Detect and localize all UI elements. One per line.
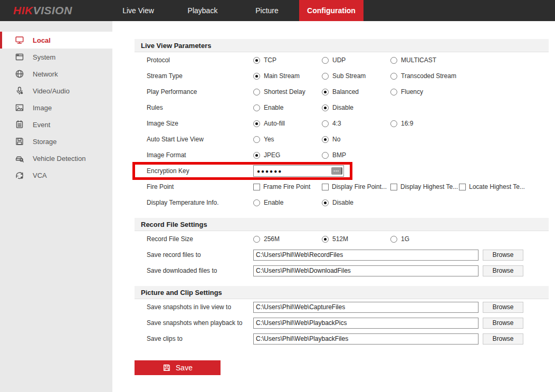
sidebar-item-label: System	[33, 53, 55, 61]
option-label: Auto-fill	[264, 120, 285, 127]
radio-selected-icon[interactable]	[253, 120, 260, 127]
radio-icon[interactable]	[390, 120, 397, 127]
protocol-option-multicast[interactable]: MULTICAST	[390, 56, 459, 64]
display-temperature-info-option-enable[interactable]: Enable	[253, 199, 322, 206]
radio-icon[interactable]	[390, 89, 397, 95]
image-size-option-auto-fill[interactable]: Auto-fill	[253, 120, 322, 127]
auto-start-live-view-option-no[interactable]: No	[322, 136, 390, 143]
settings-row-encryption-key: Encryption Key···	[135, 163, 549, 179]
nav-tab-picture[interactable]: Picture	[235, 0, 299, 21]
save-snapshots-in-live-view-to-input[interactable]	[253, 302, 479, 313]
save-snapshots-in-live-view-to-label: Save snapshots in live view to	[147, 303, 253, 311]
radio-selected-icon[interactable]	[322, 136, 329, 143]
settings-row-save-snapshots-in-live-view-to: Save snapshots in live view toBrowse	[135, 299, 549, 315]
save-button[interactable]: Save	[135, 360, 221, 375]
radio-selected-icon[interactable]	[322, 104, 329, 111]
radio-icon[interactable]	[322, 57, 329, 64]
image-size-option-16-9[interactable]: 16:9	[390, 120, 459, 127]
sidebar-item-label: Image	[33, 104, 52, 112]
section-title: Live View Parameters	[135, 39, 549, 52]
sidebar-item-video-audio[interactable]: Video/Audio	[0, 82, 112, 99]
stream-type-option-main-stream[interactable]: Main Stream	[253, 72, 322, 80]
sidebar-item-local[interactable]: Local	[0, 32, 112, 49]
main-content: Live View ParametersProtocolTCPUDPMULTIC…	[112, 21, 555, 392]
save-snapshots-in-live-view-to-browse-button[interactable]: Browse	[483, 302, 523, 313]
image-format-option-bmp[interactable]: BMP	[322, 151, 390, 159]
radio-selected-icon[interactable]	[322, 89, 329, 95]
display-temperature-info-option-disable[interactable]: Disable	[322, 199, 390, 206]
checkbox-icon[interactable]	[459, 184, 466, 190]
nav-tab-live-view[interactable]: Live View	[106, 0, 170, 21]
record-file-size-option-1g[interactable]: 1G	[390, 235, 459, 243]
stream-type-option-transcoded-stream[interactable]: Transcoded Stream	[390, 72, 459, 80]
record-file-size-option-256m[interactable]: 256M	[253, 235, 322, 243]
radio-icon[interactable]	[253, 236, 260, 243]
option-label: Disable	[332, 104, 353, 111]
save-clips-to-label: Save clips to	[147, 335, 253, 342]
radio-selected-icon[interactable]	[253, 73, 260, 80]
radio-icon[interactable]	[253, 136, 260, 143]
radio-icon[interactable]	[253, 89, 260, 95]
rules-option-enable[interactable]: Enable	[253, 104, 322, 111]
checkbox-icon[interactable]	[322, 184, 329, 190]
protocol-option-udp[interactable]: UDP	[322, 56, 390, 64]
image-size-label: Image Size	[147, 120, 253, 127]
radio-icon[interactable]	[390, 73, 397, 80]
image-format-option-jpeg[interactable]: JPEG	[253, 151, 322, 159]
nav-tab-playback[interactable]: Playback	[170, 0, 235, 21]
sidebar-item-label: Event	[33, 121, 50, 129]
auto-start-live-view-option-yes[interactable]: Yes	[253, 136, 322, 143]
settings-row-display-temperature-info: Display Temperature Info.EnableDisable	[135, 195, 549, 211]
play-performance-option-fluency[interactable]: Fluency	[390, 88, 459, 95]
protocol-option-tcp[interactable]: TCP	[253, 56, 322, 64]
sidebar-item-vehicle-detection[interactable]: Vehicle Detection	[0, 150, 112, 167]
play-performance-option-balanced[interactable]: Balanced	[322, 88, 390, 95]
encryption-key-input[interactable]	[253, 165, 344, 177]
image-size-option-4-3[interactable]: 4:3	[322, 120, 390, 127]
radio-icon[interactable]	[390, 236, 397, 243]
sidebar-item-storage[interactable]: Storage	[0, 133, 112, 150]
radio-selected-icon[interactable]	[322, 236, 329, 243]
option-label: BMP	[332, 151, 346, 159]
fire-point-option-display-fire-point[interactable]: Display Fire Point...	[322, 183, 390, 190]
option-label: Fluency	[401, 88, 423, 95]
sidebar-item-vca[interactable]: VCA	[0, 167, 112, 184]
radio-icon[interactable]	[322, 73, 329, 80]
save-snapshots-when-playback-to-input[interactable]	[253, 318, 479, 329]
fire-point-option-display-highest-te[interactable]: Display Highest Te...	[390, 183, 459, 190]
record-file-size-option-512m[interactable]: 512M	[322, 235, 390, 243]
save-clips-to-browse-button[interactable]: Browse	[483, 333, 523, 345]
sidebar-item-label: Storage	[33, 138, 57, 146]
radio-icon[interactable]	[322, 120, 329, 127]
checkbox-icon[interactable]	[253, 184, 260, 190]
play-performance-option-shortest-delay[interactable]: Shortest Delay	[253, 88, 322, 95]
sidebar-item-network[interactable]: Network	[0, 65, 112, 82]
radio-selected-icon[interactable]	[253, 152, 260, 159]
radio-selected-icon[interactable]	[253, 57, 260, 64]
sidebar-item-system[interactable]: System	[0, 49, 112, 65]
auto-start-live-view-label: Auto Start Live View	[147, 136, 253, 143]
save-clips-to-input[interactable]	[253, 333, 479, 345]
sidebar-item-image[interactable]: Image	[0, 99, 112, 116]
radio-icon[interactable]	[253, 199, 260, 206]
option-label: MULTICAST	[401, 56, 436, 64]
fire-point-option-frame-fire-point[interactable]: Frame Fire Point	[253, 183, 322, 190]
save-record-files-to-input[interactable]	[253, 250, 479, 261]
nav-tab-configuration[interactable]: Configuration	[299, 0, 363, 21]
save-snapshots-when-playback-to-browse-button[interactable]: Browse	[483, 318, 523, 329]
save-downloaded-files-to-input[interactable]	[253, 265, 479, 276]
stream-type-option-sub-stream[interactable]: Sub Stream	[322, 72, 390, 80]
fire-point-option-locate-highest-te[interactable]: Locate Highest Te...	[459, 183, 528, 190]
radio-icon[interactable]	[322, 152, 329, 159]
radio-selected-icon[interactable]	[322, 199, 329, 206]
ellipsis-reveal-icon[interactable]: ···	[331, 167, 342, 175]
radio-icon[interactable]	[253, 104, 260, 111]
settings-row-auto-start-live-view: Auto Start Live ViewYesNo	[135, 131, 549, 147]
checkbox-icon[interactable]	[390, 184, 397, 190]
rules-option-disable[interactable]: Disable	[322, 104, 390, 111]
save-downloaded-files-to-browse-button[interactable]: Browse	[483, 265, 523, 276]
radio-icon[interactable]	[390, 57, 397, 64]
sidebar-item-event[interactable]: Event	[0, 116, 112, 133]
storage-disk-icon	[15, 137, 24, 146]
save-record-files-to-browse-button[interactable]: Browse	[483, 250, 523, 261]
